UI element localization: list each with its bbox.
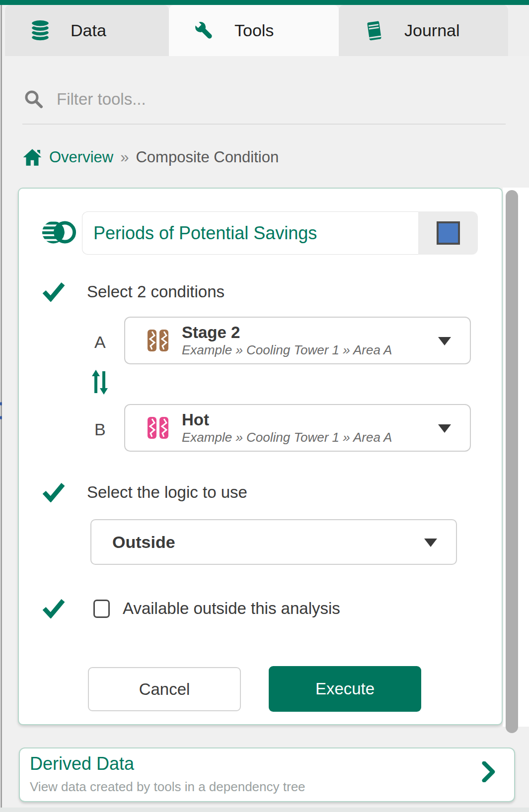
wrench-icon xyxy=(193,19,216,42)
step-label: Select 2 conditions xyxy=(87,282,225,301)
top-accent-bar xyxy=(0,0,529,5)
checkmark-icon xyxy=(42,282,65,302)
tab-tools-label: Tools xyxy=(234,21,274,40)
composite-condition-form: Select 2 conditions A Stage 2 Example » … xyxy=(18,188,503,725)
available-outside-label: Available outside this analysis xyxy=(123,599,340,618)
step-select-logic: Select the logic to use xyxy=(42,482,247,502)
derived-data-card[interactable]: Derived Data View data created by tools … xyxy=(19,747,515,802)
cancel-button[interactable]: Cancel xyxy=(88,667,241,711)
step-scope: Available outside this analysis xyxy=(42,599,340,618)
divider xyxy=(22,124,506,125)
color-picker-addon xyxy=(418,211,478,255)
condition-a-name: Stage 2 xyxy=(182,323,392,342)
filter-tools-row xyxy=(24,87,355,111)
condition-a-slot-label: A xyxy=(94,333,106,352)
checkmark-icon xyxy=(42,599,65,618)
derived-data-title: Derived Data xyxy=(30,753,134,774)
breadcrumb-overview-link[interactable]: Overview xyxy=(49,148,113,166)
breadcrumb-separator: » xyxy=(120,148,129,166)
condition-a-text: Stage 2 Example » Cooling Tower 1 » Area… xyxy=(182,323,392,358)
tab-bar-filler xyxy=(508,5,529,56)
condition-b-name: Hot xyxy=(182,410,392,429)
tab-journal-label: Journal xyxy=(404,21,460,40)
home-icon[interactable] xyxy=(22,148,42,167)
filter-tools-input[interactable] xyxy=(57,90,355,109)
condition-name-group xyxy=(82,211,478,255)
chevron-down-icon xyxy=(438,424,451,433)
gutter-dot xyxy=(0,416,2,419)
tab-bar: Data Tools Journal xyxy=(5,5,529,56)
tab-data-label: Data xyxy=(71,21,106,40)
checkmark-icon xyxy=(42,482,65,502)
condition-a-icon xyxy=(147,329,169,352)
database-icon xyxy=(29,19,52,42)
available-outside-checkbox[interactable] xyxy=(93,600,110,618)
condition-b-path: Example » Cooling Tower 1 » Area A xyxy=(182,429,392,445)
chevron-down-icon xyxy=(424,539,437,547)
breadcrumb: Overview » Composite Condition xyxy=(22,146,279,169)
tab-tools[interactable]: Tools xyxy=(169,5,339,56)
derived-data-subtitle: View data created by tools in a dependen… xyxy=(30,779,305,795)
journal-icon xyxy=(363,19,385,42)
tab-journal[interactable]: Journal xyxy=(339,5,508,56)
execute-button[interactable]: Execute xyxy=(269,666,421,712)
gutter-dot xyxy=(0,402,2,406)
condition-a-path: Example » Cooling Tower 1 » Area A xyxy=(182,342,392,358)
search-icon xyxy=(24,89,44,109)
logic-selected-value: Outside xyxy=(112,533,175,552)
swap-conditions-icon[interactable] xyxy=(91,369,108,395)
logic-select[interactable]: Outside xyxy=(90,519,457,565)
scrollbar-thumb[interactable] xyxy=(506,190,518,733)
condition-name-input[interactable] xyxy=(82,211,418,255)
step-label: Select the logic to use xyxy=(87,483,247,502)
breadcrumb-current-tool: Composite Condition xyxy=(136,148,279,166)
step-select-conditions: Select 2 conditions xyxy=(42,282,225,302)
condition-a-select[interactable]: Stage 2 Example » Cooling Tower 1 » Area… xyxy=(124,317,471,364)
condition-b-select[interactable]: Hot Example » Cooling Tower 1 » Area A xyxy=(124,404,471,452)
composite-condition-icon xyxy=(41,220,77,245)
chevron-right-icon xyxy=(481,761,496,782)
bottom-strip xyxy=(0,808,529,812)
panel-splitter[interactable] xyxy=(0,5,2,808)
tab-data[interactable]: Data xyxy=(5,5,169,56)
color-swatch-button[interactable] xyxy=(437,221,460,245)
tools-panel: Data Tools Journal xyxy=(0,0,529,812)
condition-b-text: Hot Example » Cooling Tower 1 » Area A xyxy=(182,410,392,445)
condition-b-icon xyxy=(147,416,169,440)
chevron-down-icon xyxy=(438,337,451,345)
condition-b-slot-label: B xyxy=(94,420,106,439)
